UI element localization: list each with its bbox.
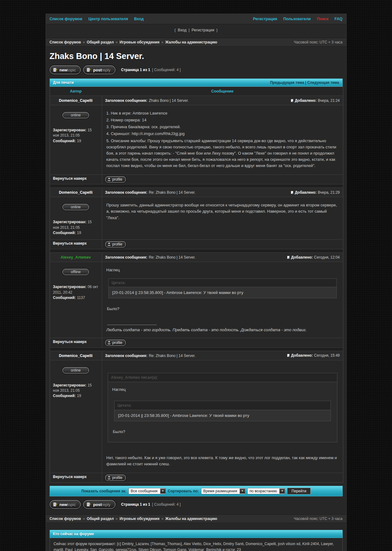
back-to-top-link[interactable]: Вернуться наверх <box>53 475 87 479</box>
new-topic-icon <box>53 502 58 507</box>
post-reply-label-light: reply <box>102 502 110 507</box>
show-posts-select[interactable]: Все сообщения ▼ <box>128 488 166 494</box>
post-header-row: Domenico_Capelli Заголовок сообщения:Zha… <box>50 96 343 105</box>
forum-page: Список форумов Центр пользователя Вход Р… <box>46 14 347 551</box>
message-line: 2. Номер сервера: 14 <box>106 117 339 123</box>
crumb-forum-list[interactable]: Список форумов <box>50 40 81 44</box>
page-info: Страница 1 из 1[ Сообщений: 4 ] <box>121 68 181 72</box>
profile-button[interactable]: profile <box>105 475 126 481</box>
message-paragraph: Нет, такого небыло. Как и я уже говорил,… <box>106 455 339 467</box>
messages-label: Сообщений: <box>53 394 76 398</box>
whois-body: Сейчас этот форум просматривают: [c] Dmi… <box>50 538 343 551</box>
crumb-forum-list[interactable]: Список форумов <box>50 517 81 521</box>
register-link[interactable]: Регистрация <box>191 28 214 32</box>
post-reply-label-strong: post <box>93 68 101 72</box>
crumb-admin-complaints[interactable]: Жалобы на администрацию <box>165 517 217 521</box>
crumb-separator: » <box>116 40 118 44</box>
back-to-top-link[interactable]: Вернуться наверх <box>53 176 87 181</box>
crumb-general[interactable]: Общий раздел <box>87 517 114 521</box>
sort-bar: Показать сообщения за: Все сообщения ▼ С… <box>50 486 343 496</box>
quote-text: [20-01-2014 || 23:58:35.800] - Ambrose L… <box>109 287 336 298</box>
nav-members[interactable]: Пользователи <box>283 17 311 21</box>
new-topic-button[interactable]: newtopic <box>50 500 81 509</box>
new-topic-button[interactable]: newtopic <box>50 65 81 74</box>
topic-controls-bottom: newtopic postreply Страница 1 из 1[ Сооб… <box>50 500 343 509</box>
show-posts-label: Показать сообщения за: <box>81 489 126 493</box>
nav-user-center[interactable]: Центр пользователя <box>88 17 128 21</box>
crumb-separator: » <box>161 517 164 521</box>
topic-controls-top: newtopic postreply Страница 1 из 1[ Сооб… <box>50 65 343 74</box>
login-link[interactable]: Вход <box>178 28 187 32</box>
divider: | <box>188 28 189 32</box>
post-message: 1. Ник в игре: Ambrose Lawrence 2. Номер… <box>102 105 343 175</box>
nav-register[interactable]: Регистрация <box>253 17 277 21</box>
registered-label: Зарегистрирован: <box>53 220 87 224</box>
breadcrumb-bar-bottom: Список форумов»Общий раздел»Игровые обсу… <box>46 514 346 523</box>
added-value: Сегодня, 12:04 <box>314 255 340 260</box>
paren-close: ) <box>216 28 218 32</box>
post-separator <box>50 249 343 253</box>
nav-forum-list[interactable]: Список форумов <box>50 17 83 21</box>
messages-value: 19 <box>77 394 81 398</box>
message-line-screenshot-url[interactable]: 4. Скриншот: http://i.imgur.com/RhkJ3gj.… <box>106 131 339 137</box>
added-label: Добавлено: <box>291 353 313 358</box>
user-icon <box>107 242 111 246</box>
crumb-general[interactable]: Общий раздел <box>87 40 114 44</box>
post-message: Наглец Цитата: [20-01-2014 || 23:58:35.8… <box>102 262 343 338</box>
post-reply-button[interactable]: postreply <box>83 65 115 74</box>
new-topic-label-light: topic <box>67 502 76 507</box>
sort-go-button[interactable]: Перейти <box>287 488 311 495</box>
added-label: Добавлено: <box>291 255 313 260</box>
post-author-link[interactable]: Domenico_Capelli <box>59 354 92 358</box>
post-subject: Заголовок сообщения:Re: Zhaks Bono | 14 … <box>105 190 196 195</box>
sort-field-select[interactable]: Время размещения ▼ <box>201 488 245 494</box>
post-reply-label-strong: post <box>93 502 101 507</box>
added-value: Сегодня, 15:49 <box>314 353 340 358</box>
crumb-game-discussions[interactable]: Игровые обсуждения <box>119 40 159 44</box>
post-author-link[interactable]: Domenico_Capelli <box>59 98 92 103</box>
quote-author-header: Alexey_Artemev писал(а): <box>108 373 337 382</box>
back-to-top-link[interactable]: Вернуться наверх <box>53 241 87 246</box>
sort-order-value: по возрастанию <box>248 488 280 494</box>
nav-faq[interactable]: FAQ <box>335 17 343 21</box>
added-value: Вчера, 21:24 <box>318 98 340 103</box>
post-time-icon <box>291 191 293 194</box>
post-reply-label-light: reply <box>102 68 110 72</box>
messages-label: Сообщений: <box>53 139 76 143</box>
back-to-top-link[interactable]: Вернуться наверх <box>53 340 87 344</box>
message-paragraph: Прошу заметить, данный администратор воо… <box>106 202 339 221</box>
posts-table: Автор Сообщение Domenico_Capelli Заголов… <box>50 87 343 483</box>
crumb-admin-complaints[interactable]: Жалобы на администрацию <box>165 40 217 44</box>
post-reply-button[interactable]: postreply <box>83 500 115 509</box>
sort-by-label: Сортировать по: <box>168 489 199 493</box>
profile-button[interactable]: profile <box>105 340 126 346</box>
subject-label: Заголовок сообщения: <box>105 354 147 358</box>
crumb-game-discussions[interactable]: Игровые обсуждения <box>119 517 159 521</box>
message-line: Было? <box>107 306 338 311</box>
post-header-row: Alexey_Artemev Заголовок сообщения:Re: Z… <box>50 253 343 262</box>
breadcrumb: Список форумов»Общий раздел»Игровые обсу… <box>50 40 217 44</box>
print-view-link[interactable]: Для печати <box>53 80 74 85</box>
new-topic-label-strong: new <box>60 68 67 72</box>
whois-title: Кто сейчас на форуме <box>53 532 94 536</box>
profile-button[interactable]: profile <box>105 241 126 247</box>
previous-topic-link[interactable]: Предыдущая тема <box>270 80 304 85</box>
post-author-link[interactable]: Alexey_Artemev <box>61 255 91 260</box>
user-details: Зарегистрирован:06 окт 2011, 20:42 Сообщ… <box>53 284 99 300</box>
post-reply-icon <box>86 67 91 72</box>
message-line: Наглец <box>106 267 339 273</box>
profile-button[interactable]: profile <box>105 176 126 183</box>
post-author-link[interactable]: Domenico_Capelli <box>59 190 92 195</box>
quote-header: Цитата: <box>109 279 336 287</box>
crumb-separator: » <box>83 40 85 44</box>
nav-login[interactable]: Вход <box>134 17 144 21</box>
online-status-badge: online <box>62 112 89 118</box>
messages-label: Сообщений: <box>53 296 76 300</box>
nav-search[interactable]: Поиск <box>317 17 329 21</box>
sort-order-select[interactable]: по возрастанию ▼ <box>247 488 285 494</box>
post-added: Добавлено:Сегодня, 15:49 <box>287 353 340 358</box>
next-topic-link[interactable]: Следующая тема <box>307 80 339 85</box>
user-details: Зарегистрирован:15 ноя 2013, 21:05 Сообщ… <box>53 219 99 236</box>
chevron-down-icon: ▼ <box>279 489 285 494</box>
post-count: [ Сообщений: 4 ] <box>152 68 181 72</box>
